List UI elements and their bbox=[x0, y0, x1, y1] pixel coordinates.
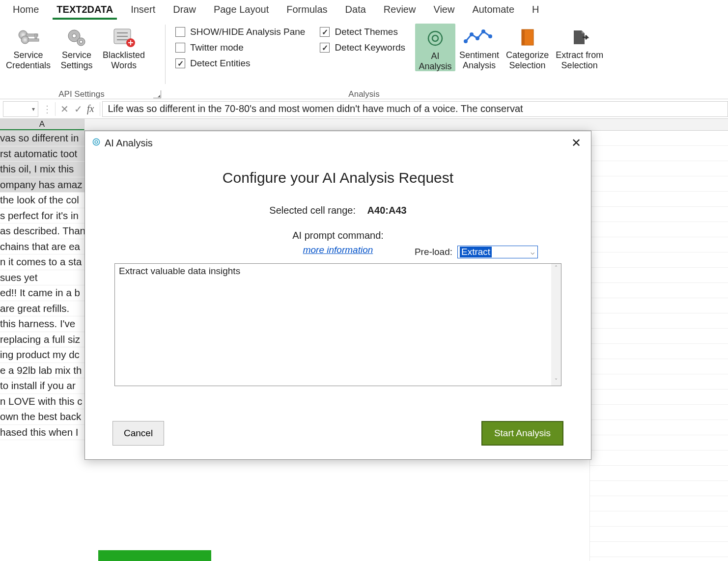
range-label: Selected cell range: bbox=[269, 205, 356, 216]
prompt-text: Extract valuable data insights bbox=[119, 266, 240, 276]
gear-icon bbox=[65, 26, 88, 49]
group-analysis: SHOW/HIDE Analysis Pane Twitter mode ✓ D… bbox=[168, 22, 728, 100]
svg-point-8 bbox=[80, 40, 83, 43]
cell[interactable]: the look of the col bbox=[0, 193, 84, 208]
checkbox-detect-themes[interactable]: ✓ Detect Themes bbox=[320, 27, 405, 37]
tab-insert[interactable]: Insert bbox=[122, 1, 164, 18]
categorize-selection-button[interactable]: Categorize Selection bbox=[503, 24, 552, 70]
blacklisted-words-label: Blacklisted Words bbox=[103, 50, 145, 70]
group-api-settings-label: API Settings bbox=[0, 89, 163, 99]
cell[interactable]: as described. Than bbox=[0, 224, 84, 239]
preload-combobox[interactable]: Extract bbox=[457, 246, 538, 258]
api-settings-dialog-launcher[interactable] bbox=[153, 90, 161, 98]
checkbox-label: Detect Keywords bbox=[335, 42, 405, 53]
cell[interactable]: replacing a full siz bbox=[0, 332, 84, 347]
blacklisted-words-button[interactable]: Blacklisted Words bbox=[100, 24, 148, 70]
svg-point-17 bbox=[464, 39, 468, 43]
svg-rect-4 bbox=[28, 39, 39, 41]
fb-handle-icon[interactable]: ⋮ bbox=[41, 103, 53, 115]
fx-icon[interactable]: fx bbox=[85, 103, 98, 114]
tab-view[interactable]: View bbox=[424, 1, 463, 18]
name-box[interactable] bbox=[3, 101, 38, 117]
svg-point-20 bbox=[481, 29, 485, 33]
enter-formula-icon[interactable]: ✓ bbox=[71, 103, 85, 115]
keys-icon bbox=[16, 26, 41, 49]
scroll-up-icon[interactable]: ˄ bbox=[555, 265, 558, 272]
tab-draw[interactable]: Draw bbox=[164, 1, 205, 18]
tab-text2data[interactable]: TEXT2DATA bbox=[48, 1, 122, 18]
column-headers: A bbox=[0, 119, 728, 131]
svg-point-16 bbox=[432, 35, 438, 41]
cell[interactable]: hased this when I bbox=[0, 425, 84, 440]
prompt-textarea[interactable]: Extract valuable data insights ˄ ˅ bbox=[114, 263, 561, 386]
scroll-down-icon[interactable]: ˅ bbox=[555, 378, 558, 385]
cell[interactable]: e a 92lb lab mix th bbox=[0, 363, 84, 378]
svg-point-21 bbox=[488, 34, 492, 38]
more-information-link[interactable]: more information bbox=[303, 245, 373, 255]
cell[interactable]: to install if you ar bbox=[0, 378, 84, 393]
column-header-A[interactable]: A bbox=[0, 119, 84, 130]
checkbox-label: Detect Themes bbox=[335, 27, 397, 37]
tab-pagelayout[interactable]: Page Layout bbox=[205, 1, 278, 18]
cell[interactable]: vas so different in bbox=[0, 131, 84, 146]
svg-rect-23 bbox=[522, 29, 525, 45]
tab-formulas[interactable]: Formulas bbox=[278, 1, 336, 18]
range-value: A40:A43 bbox=[367, 205, 407, 216]
dialog-title: AI Analysis bbox=[105, 138, 153, 149]
checkbox-checked-icon: ✓ bbox=[175, 58, 185, 68]
cancel-button[interactable]: Cancel bbox=[112, 421, 164, 446]
scrollbar[interactable]: ˄ ˅ bbox=[551, 264, 561, 386]
tab-data[interactable]: Data bbox=[336, 1, 375, 18]
ribbon-tabs: Home TEXT2DATA Insert Draw Page Layout F… bbox=[0, 0, 728, 20]
cell[interactable]: ompany has amaz bbox=[0, 177, 84, 193]
svg-point-24 bbox=[93, 139, 99, 145]
extract-from-selection-button[interactable]: Extract from Selection bbox=[553, 24, 606, 70]
cell[interactable]: n LOVE with this c bbox=[0, 394, 84, 409]
tab-h-cut[interactable]: H bbox=[523, 1, 548, 18]
cell[interactable]: this oil, I mix this bbox=[0, 162, 84, 177]
svg-point-6 bbox=[72, 34, 76, 38]
cell[interactable]: chains that are ea bbox=[0, 239, 84, 254]
service-settings-label: Service Settings bbox=[61, 50, 93, 70]
cell[interactable]: this harness. I've bbox=[0, 316, 84, 332]
formula-text: Life was so different in the 70-80's and… bbox=[108, 103, 523, 114]
ai-analysis-button[interactable]: AI Analysis bbox=[415, 24, 455, 71]
close-icon[interactable]: ✕ bbox=[567, 135, 585, 151]
cell[interactable]: sues yet bbox=[0, 270, 84, 285]
checkbox-icon bbox=[175, 27, 185, 37]
checkbox-checked-icon: ✓ bbox=[320, 43, 330, 53]
cell[interactable]: rst automatic toot bbox=[0, 146, 84, 162]
grid-background bbox=[589, 131, 728, 561]
cell[interactable]: n it comes to a sta bbox=[0, 254, 84, 270]
service-settings-button[interactable]: Service Settings bbox=[55, 24, 99, 70]
categorize-selection-label: Categorize Selection bbox=[506, 50, 549, 70]
checkbox-label: Detect Entities bbox=[190, 58, 251, 69]
svg-point-25 bbox=[95, 140, 98, 143]
service-credentials-button[interactable]: Service Credentials bbox=[3, 24, 54, 70]
cell[interactable]: own the best back bbox=[0, 409, 84, 424]
cancel-formula-icon[interactable]: ✕ bbox=[57, 103, 71, 115]
cell[interactable]: ed!! It came in a b bbox=[0, 285, 84, 301]
cell[interactable]: ing product my dc bbox=[0, 347, 84, 363]
cell[interactable]: s perfect for it's in bbox=[0, 208, 84, 224]
checkbox-twitter-mode[interactable]: Twitter mode bbox=[175, 42, 305, 53]
dialog-heading: Configure your AI Analysis Request bbox=[110, 169, 566, 186]
checkbox-detect-keywords[interactable]: ✓ Detect Keywords bbox=[320, 42, 405, 53]
cell[interactable]: are great refills. bbox=[0, 301, 84, 316]
ribbon-body: Service Credentials Service Settings bbox=[0, 20, 728, 99]
export-icon bbox=[570, 26, 589, 49]
group-separator bbox=[165, 25, 166, 84]
checkbox-detect-entities[interactable]: ✓ Detect Entities bbox=[175, 58, 305, 69]
formula-input[interactable]: Life was so different in the 70-80's and… bbox=[102, 101, 728, 117]
tab-home[interactable]: Home bbox=[4, 1, 48, 18]
tab-review[interactable]: Review bbox=[375, 1, 425, 18]
formula-bar: ⋮ ✕ ✓ fx Life was so different in the 70… bbox=[0, 99, 728, 119]
sentiment-analysis-button[interactable]: Sentiment Analysis bbox=[456, 24, 502, 70]
prompt-label: AI prompt command: bbox=[292, 230, 384, 241]
sheet-tab-strip[interactable] bbox=[98, 550, 211, 561]
checkbox-show-hide-pane[interactable]: SHOW/HIDE Analysis Pane bbox=[175, 27, 305, 37]
extract-from-selection-label: Extract from Selection bbox=[556, 50, 603, 70]
svg-point-19 bbox=[476, 36, 479, 40]
start-analysis-button[interactable]: Start Analysis bbox=[481, 421, 563, 446]
tab-automate[interactable]: Automate bbox=[463, 1, 523, 18]
